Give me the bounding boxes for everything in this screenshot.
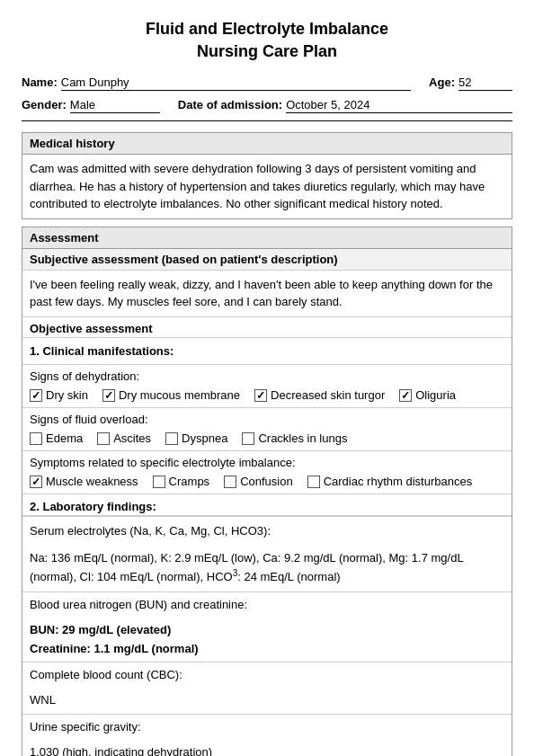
bun-label: Blood urea nitrogen (BUN) and creatinine… [22, 592, 512, 619]
assessment-section: Assessment Subjective assessment (based … [22, 227, 512, 756]
oliguria-checkbox[interactable] [399, 389, 412, 402]
clinical-header: 1. Clinical manifestations: [22, 338, 512, 365]
lab-header: 2. Laboratory findings: [22, 494, 512, 516]
ascites-checkbox[interactable] [97, 432, 110, 445]
dry-mucous-label: Dry mucous membrane [119, 388, 240, 402]
page-title: Fluid and Electrolyte Imbalance Nursing … [22, 18, 512, 63]
medical-history-header: Medical history [22, 133, 512, 155]
cardiac-rhythm-checkbox[interactable] [307, 476, 320, 488]
cramps-label: Cramps [169, 475, 210, 488]
dry-mucous-checkbox[interactable] [102, 389, 115, 402]
confusion-label: Confusion [240, 475, 293, 488]
medical-history-section: Medical history Cam was admitted with se… [22, 132, 512, 219]
cbc-value: WNL [22, 689, 512, 715]
edema-checkbox[interactable] [30, 432, 42, 445]
checkbox-dyspnea: Dyspnea [165, 431, 227, 445]
objective-section: Objective assessment 1. Clinical manifes… [22, 316, 512, 756]
patient-age: 52 [458, 76, 512, 91]
assessment-header: Assessment [22, 227, 512, 249]
subjective-content: I've been feeling really weak, dizzy, an… [22, 271, 512, 316]
electrolyte-checkboxes: Muscle weakness Cramps Confusion Cardiac… [22, 471, 512, 494]
dehydration-label: Signs of dehydration: [22, 364, 512, 385]
serum-label: Serum electrolytes (Na, K, Ca, Mg, Cl, H… [22, 516, 512, 546]
urine-label: Urine specific gravity: [22, 715, 512, 742]
dyspnea-checkbox[interactable] [165, 432, 178, 445]
confusion-checkbox[interactable] [224, 476, 236, 488]
fluid-overload-label: Signs of fluid overload: [22, 407, 512, 428]
checkbox-cramps: Cramps [153, 475, 210, 488]
urine-value: 1.030 (high, indicating dehydration) [22, 742, 512, 756]
ascites-label: Ascites [113, 431, 151, 445]
dry-skin-checkbox[interactable] [30, 389, 42, 402]
cbc-label: Complete blood count (CBC): [22, 663, 512, 689]
fluid-overload-checkboxes: Edema Ascites Dyspnea Crackles in lungs [22, 428, 512, 450]
checkbox-cardiac-rhythm: Cardiac rhythm disturbances [307, 475, 472, 488]
checkbox-dry-mucous: Dry mucous membrane [102, 388, 240, 402]
medical-history-content: Cam was admitted with severe dehydration… [22, 155, 512, 218]
dyspnea-label: Dyspnea [182, 431, 227, 445]
oliguria-label: Oliguria [415, 388, 456, 402]
subjective-header: Subjective assessment (based on patient'… [22, 249, 512, 271]
serum-values: Na: 136 mEq/L (normal), K: 2.9 mEq/L (lo… [22, 546, 512, 591]
cramps-checkbox[interactable] [153, 476, 165, 488]
objective-header: Objective assessment [22, 317, 512, 338]
doa-label: Date of admission: [178, 98, 282, 111]
electrolyte-label: Symptoms related to specific electrolyte… [22, 450, 512, 471]
checkbox-dry-skin: Dry skin [30, 388, 88, 402]
muscle-weakness-label: Muscle weakness [46, 475, 138, 488]
patient-gender: Male [70, 98, 160, 113]
gender-label: Gender: [22, 98, 67, 111]
checkbox-skin-turgor: Decreased skin turgor [254, 388, 385, 402]
checkbox-ascites: Ascites [97, 431, 151, 445]
patient-doa: October 5, 2024 [286, 98, 512, 113]
patient-name: Cam Dunphy [61, 76, 411, 91]
name-label: Name: [22, 76, 58, 89]
patient-info: Name: Cam Dunphy Age: 52 Gender: Male Da… [22, 76, 512, 121]
crackles-checkbox[interactable] [242, 432, 254, 445]
bun-values: BUN: 29 mg/dL (elevated) Creatinine: 1.1… [22, 619, 512, 663]
dry-skin-label: Dry skin [46, 388, 88, 402]
skin-turgor-checkbox[interactable] [254, 389, 267, 402]
checkbox-oliguria: Oliguria [399, 388, 456, 402]
checkbox-muscle-weakness: Muscle weakness [30, 475, 138, 488]
cardiac-rhythm-label: Cardiac rhythm disturbances [324, 475, 472, 488]
checkbox-crackles: Crackles in lungs [242, 431, 347, 445]
crackles-label: Crackles in lungs [258, 431, 347, 445]
skin-turgor-label: Decreased skin turgor [271, 388, 385, 402]
muscle-weakness-checkbox[interactable] [30, 476, 42, 488]
edema-label: Edema [46, 431, 83, 445]
age-label: Age: [429, 76, 455, 89]
checkbox-edema: Edema [30, 431, 83, 445]
checkbox-confusion: Confusion [224, 475, 293, 488]
dehydration-checkboxes: Dry skin Dry mucous membrane Decreased s… [22, 385, 512, 407]
